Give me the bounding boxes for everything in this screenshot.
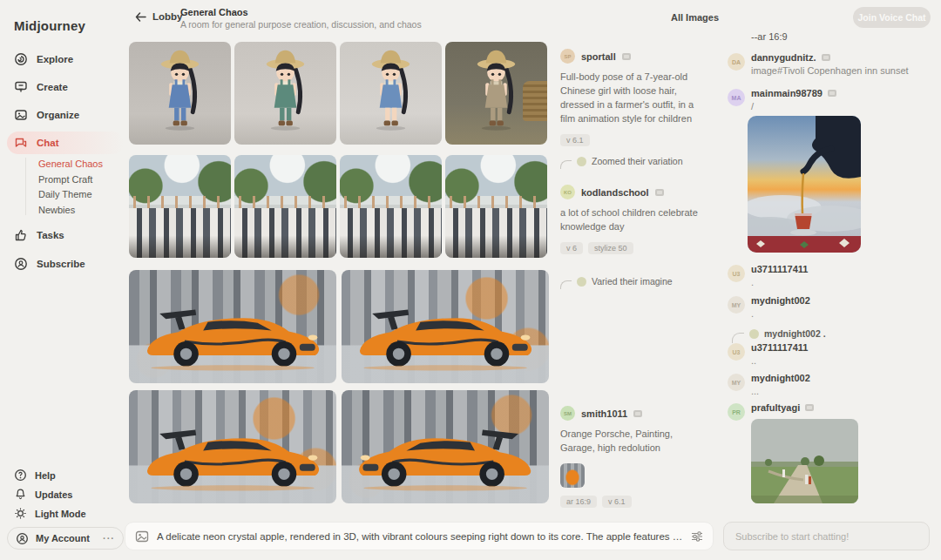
reply-curve-line [560, 280, 572, 289]
tasks-icon [14, 228, 28, 242]
generated-image-school-1[interactable] [129, 155, 231, 258]
generated-image-porsche-1[interactable] [129, 270, 336, 383]
member-badge-icon [622, 53, 631, 60]
mini-avatar [577, 277, 586, 287]
avatar[interactable]: MA [728, 89, 745, 106]
generated-image-porsche-3[interactable] [129, 390, 336, 503]
chat-image-rural-road[interactable] [751, 419, 858, 503]
message-text: ... [751, 386, 759, 396]
action-label: Varied their imagine [592, 276, 673, 287]
generated-image-girl-3[interactable] [340, 42, 442, 145]
room-subtitle: A room for general purpose creation, dis… [180, 19, 422, 30]
chat-message-input[interactable] [735, 531, 917, 542]
prompt-input[interactable] [157, 531, 683, 542]
sidebar-item-label: Tasks [37, 230, 64, 240]
back-label: Lobby [152, 11, 183, 22]
feed-column: SP sportall Full-body pose of a 7-year-o… [560, 42, 708, 512]
message-continuation: --ar 16:9 [751, 31, 788, 42]
image-gallery [129, 42, 551, 503]
generated-image-porsche-4[interactable] [342, 390, 549, 503]
author-name[interactable]: sportall [581, 51, 616, 62]
avatar[interactable]: SP [560, 49, 575, 64]
sidebar-item-help[interactable]: Help [14, 469, 56, 482]
prompt-text: a lot of school children celebrate knowl… [560, 206, 705, 234]
sidebar-item-label: Explore [37, 54, 73, 64]
reference-thumbnail[interactable] [560, 463, 585, 488]
subnav-indent-line [25, 158, 26, 215]
sidebar-subitem-prompt-craft[interactable]: Prompt Craft [38, 174, 92, 185]
chat-image-tea-sunset[interactable] [748, 116, 861, 253]
param-tag: ar 16:9 [560, 496, 597, 508]
avatar[interactable]: MY [728, 374, 745, 391]
generated-image-school-4[interactable] [445, 155, 547, 258]
account-menu-dots[interactable]: ··· [103, 533, 115, 543]
member-badge-icon [633, 410, 642, 417]
author-name[interactable]: smith1011 [581, 408, 627, 419]
generated-image-girl-1[interactable] [129, 42, 231, 145]
post-smith1011: SM smith1011 Orange Porsche, Painting, G… [560, 406, 705, 508]
sidebar-item-label: Subscribe [37, 259, 85, 269]
reply-curve-line [560, 160, 572, 169]
avatar[interactable]: U3 [728, 265, 745, 282]
sidebar-item-label: Help [35, 470, 56, 481]
sidebar-item-label: Updates [35, 489, 72, 500]
sidebar-item-create[interactable]: Create [14, 80, 68, 94]
sidebar: Midjourney Explore Create Organize Chat [0, 0, 129, 560]
avatar[interactable]: SM [560, 406, 575, 421]
mini-avatar [749, 329, 759, 339]
author-name[interactable]: prafultyagi [751, 402, 800, 413]
imagine-prompt-bar [125, 522, 714, 550]
author-name[interactable]: mydnight002 [751, 295, 810, 306]
avatar[interactable]: U3 [728, 343, 745, 361]
action-zoomed-variation: Zoomed their variation [560, 153, 682, 169]
sidebar-item-explore[interactable]: Explore [14, 52, 73, 66]
message-text: image#Tivoli Copenhagen inn sunset [751, 65, 909, 76]
sidebar-item-tasks[interactable]: Tasks [14, 228, 64, 242]
author-name[interactable]: u3711117411 [751, 342, 808, 353]
generated-image-porsche-2[interactable] [342, 270, 549, 383]
sidebar-subitem-newbies[interactable]: Newbies [38, 205, 75, 215]
avatar[interactable]: DA [728, 53, 745, 71]
sidebar-item-label: Create [37, 82, 68, 92]
back-to-lobby-button[interactable]: Lobby [135, 11, 183, 22]
author-name[interactable]: mydnight002 [751, 373, 810, 383]
action-label: Zoomed their variation [592, 156, 682, 166]
reply-reference[interactable]: mydnight002 . [732, 324, 826, 343]
author-name[interactable]: kodlandschool [581, 187, 649, 198]
param-tag: v 6 [560, 242, 583, 254]
author-name[interactable]: dannygudnitz. [751, 52, 816, 63]
sidebar-item-subscribe[interactable]: Subscribe [14, 257, 85, 271]
sidebar-item-chat[interactable]: Chat [7, 132, 124, 154]
avatar[interactable]: KO [560, 185, 575, 199]
sidebar-subitem-daily-theme[interactable]: Daily Theme [38, 189, 92, 199]
sidebar-item-light-mode[interactable]: Light Mode [14, 507, 86, 520]
reply-author-name: mydnight002 . [764, 328, 826, 339]
author-name[interactable]: mainmain98789 [751, 88, 823, 98]
member-badge-icon [655, 189, 664, 196]
message-text: . [751, 277, 754, 287]
generated-image-school-3[interactable] [340, 155, 442, 258]
sidebar-item-organize[interactable]: Organize [14, 108, 79, 122]
generated-image-school-2[interactable] [234, 155, 336, 258]
avatar[interactable]: MY [728, 296, 745, 314]
sidebar-item-label: Organize [37, 110, 79, 120]
message-text: / [751, 101, 754, 111]
action-varied-imagine: Varied their imagine [560, 273, 673, 289]
account-icon [16, 532, 29, 545]
filter-all-images[interactable]: All Images [671, 12, 719, 23]
sidebar-item-label: My Account [36, 533, 90, 543]
author-name[interactable]: u3711117411 [751, 264, 808, 274]
sliders-icon[interactable] [691, 530, 703, 543]
mini-avatar [577, 157, 586, 166]
chat-icon [14, 136, 28, 150]
my-account-button[interactable]: My Account ··· [7, 527, 124, 550]
app-logo[interactable]: Midjourney [14, 18, 85, 33]
generated-image-girl-2[interactable] [234, 42, 336, 145]
sidebar-item-updates[interactable]: Updates [14, 488, 72, 501]
avatar[interactable]: PR [728, 403, 745, 421]
organize-icon [14, 108, 28, 122]
generated-image-girl-4[interactable] [445, 42, 547, 145]
sidebar-subitem-general-chaos[interactable]: General Chaos [38, 159, 103, 169]
help-icon [14, 469, 27, 482]
sidebar-item-label: Light Mode [35, 509, 86, 519]
